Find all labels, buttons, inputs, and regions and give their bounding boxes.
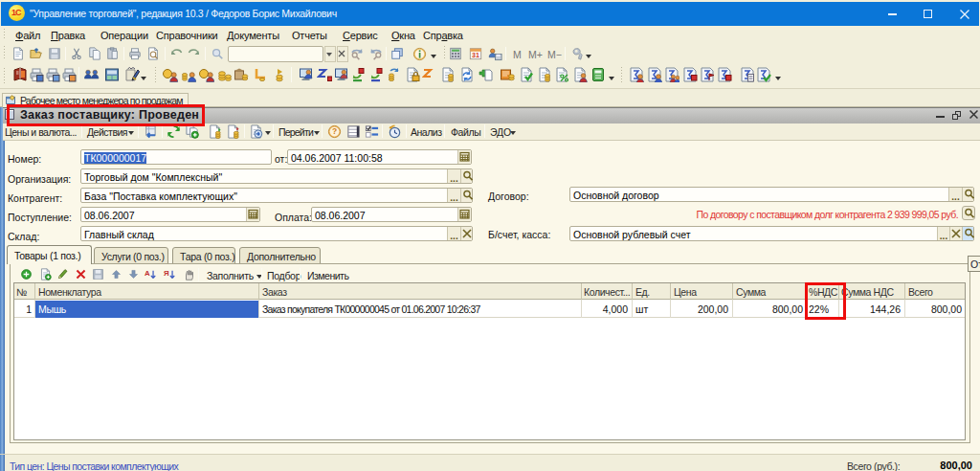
- svg-text:А: А: [145, 269, 150, 278]
- svg-text:?: ?: [332, 126, 337, 136]
- svg-text:Я: Я: [164, 269, 169, 278]
- svg-text:31: 31: [472, 52, 479, 58]
